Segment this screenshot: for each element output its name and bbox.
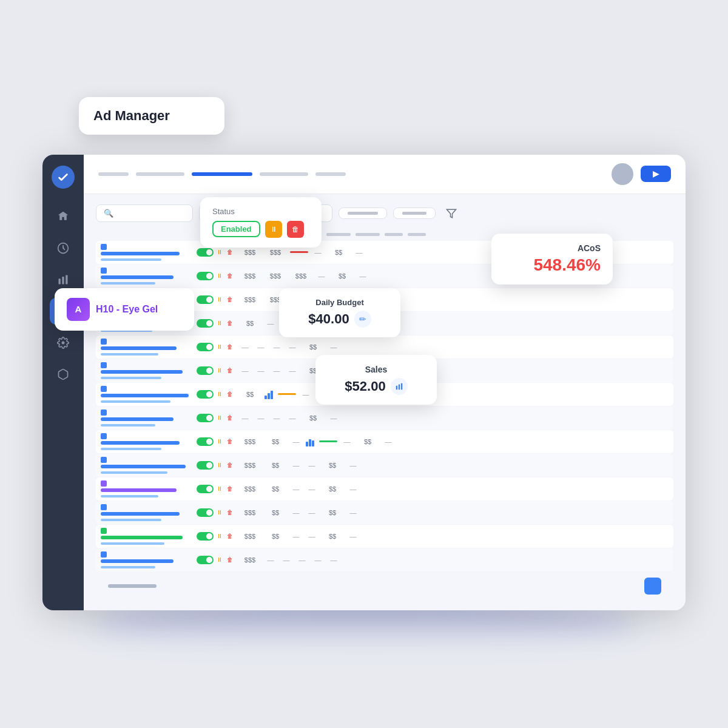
row-pause-icon[interactable]: ⏸ [215, 272, 224, 280]
scroll-button[interactable] [644, 578, 661, 595]
row-pause-icon[interactable]: ⏸ [215, 461, 224, 470]
table-row[interactable]: ⏸ 🗑 $$$ $$ — — $$ — [96, 454, 673, 477]
row-toggle[interactable] [197, 508, 214, 517]
filter-box-2[interactable] [393, 207, 436, 219]
cell-dash: — [306, 485, 318, 493]
row-toggle[interactable] [197, 343, 214, 351]
delete-button[interactable]: 🗑 [287, 221, 304, 238]
table-row[interactable]: ⏸ 🗑 $$$ $$ — — $$ — [96, 477, 673, 500]
row-pause-icon[interactable]: ⏸ [215, 343, 224, 351]
svg-rect-2 [62, 277, 64, 285]
cell-val: $$$ [290, 272, 312, 280]
row-pause-icon[interactable]: ⏸ [215, 414, 224, 422]
bar-mini [265, 396, 267, 399]
cell-val: $$$ [239, 272, 261, 280]
sales-chart-button[interactable] [391, 378, 408, 395]
row-name-bar [101, 417, 174, 421]
scroll-thumb[interactable] [108, 584, 157, 588]
row-delete-icon[interactable]: 🗑 [226, 319, 234, 328]
filter-box-1[interactable] [339, 207, 387, 219]
user-avatar[interactable] [612, 163, 633, 185]
row-toggle[interactable] [197, 485, 214, 493]
row-dot [101, 362, 107, 368]
table-row[interactable]: ⏸ 🗑 $$$ — — — — — [96, 548, 673, 571]
cell-indicator-green [319, 440, 337, 442]
filter-icon-button[interactable] [442, 204, 461, 223]
cell-dash: — [306, 533, 318, 540]
sidebar-item-box[interactable] [50, 361, 76, 388]
row-name-col [101, 480, 192, 497]
svg-rect-1 [59, 278, 61, 284]
row-delete-icon[interactable]: 🗑 [226, 461, 234, 470]
row-delete-icon[interactable]: 🗑 [226, 272, 234, 280]
row-delete-icon[interactable]: 🗑 [226, 295, 234, 304]
row-toggle[interactable] [197, 390, 214, 399]
row-delete-icon[interactable]: 🗑 [226, 390, 234, 399]
row-delete-icon[interactable]: 🗑 [226, 532, 234, 541]
topbar-action-button[interactable]: ▶ [641, 166, 671, 182]
row-pause-icon[interactable]: ⏸ [215, 532, 224, 541]
sidebar-item-settings[interactable] [50, 329, 76, 356]
row-dot [101, 386, 107, 392]
row-delete-icon[interactable]: 🗑 [226, 508, 234, 517]
row-toggle[interactable] [197, 437, 214, 446]
pause-button[interactable]: ⏸ [265, 221, 282, 238]
row-delete-icon[interactable]: 🗑 [226, 366, 234, 375]
row-name-col [101, 339, 192, 356]
table-row[interactable]: ⏸ 🗑 $$$ $$ — — $$ — [96, 525, 673, 548]
cell-val: $$ [322, 533, 343, 540]
row-pause-icon[interactable]: ⏸ [215, 485, 224, 493]
row-toggle[interactable] [197, 319, 214, 328]
row-pause-icon[interactable]: ⏸ [215, 508, 224, 517]
topbar-line-4 [260, 172, 308, 176]
table-row[interactable]: ⏸ 🗑 $$$ $$ — — $$ — [96, 501, 673, 524]
row-pause-icon[interactable]: ⏸ [215, 248, 224, 257]
row-pause-icon[interactable]: ⏸ [215, 295, 224, 304]
row-toggle[interactable] [197, 461, 214, 470]
row-toggle[interactable] [197, 295, 214, 304]
row-toggle-group: ⏸ 🗑 [197, 437, 234, 446]
row-delete-icon[interactable]: 🗑 [226, 248, 234, 257]
svg-rect-11 [398, 384, 399, 389]
row-dot [101, 504, 107, 510]
row-sub-bar [101, 566, 155, 568]
sidebar-item-analytics[interactable] [50, 235, 76, 261]
cell-dash: — [328, 343, 340, 351]
row-delete-icon[interactable]: 🗑 [226, 485, 234, 493]
search-input-1[interactable]: 🔍 [96, 204, 193, 222]
ad-manager-title: Ad Manager [93, 108, 210, 124]
row-pause-icon[interactable]: ⏸ [215, 390, 224, 399]
row-toggle[interactable] [197, 556, 214, 564]
row-pause-icon[interactable]: ⏸ [215, 319, 224, 328]
row-toggle[interactable] [197, 272, 214, 280]
cell-dash: — [347, 509, 359, 516]
mini-chart [265, 389, 274, 399]
row-dot [101, 433, 107, 439]
row-delete-icon[interactable]: 🗑 [226, 343, 234, 351]
cell-val: $$$ [239, 556, 261, 564]
row-delete-icon[interactable]: 🗑 [226, 414, 234, 422]
cell-dash: — [286, 414, 298, 422]
row-toggle-group: ⏸ 🗑 [197, 485, 234, 493]
row-pause-icon[interactable]: ⏸ [215, 556, 224, 564]
row-toggle[interactable] [197, 366, 214, 375]
cell-dash: — [357, 272, 369, 280]
table-row[interactable]: ⏸ 🗑 $$$ $$ — [96, 430, 673, 453]
cell-dash: — [271, 343, 283, 351]
cell-dash: — [300, 391, 312, 398]
row-name-col [101, 551, 192, 568]
row-pause-icon[interactable]: ⏸ [215, 366, 224, 375]
row-toggle[interactable] [197, 532, 214, 541]
sidebar-item-home[interactable] [50, 203, 76, 230]
cell-dash: — [286, 367, 298, 374]
row-toggle[interactable] [197, 414, 214, 422]
row-delete-icon[interactable]: 🗑 [226, 437, 234, 446]
row-delete-icon[interactable]: 🗑 [226, 556, 234, 564]
row-pause-icon[interactable]: ⏸ [215, 437, 224, 446]
row-toggle[interactable] [197, 248, 214, 257]
edit-budget-button[interactable]: ✏ [354, 311, 371, 328]
cell-dash: — [286, 343, 298, 351]
search-row: 🔍 🔍 [96, 204, 673, 223]
table-row[interactable]: ⏸ 🗑 — — — — $$ — [96, 406, 673, 430]
cell-val: $$$ [239, 485, 261, 493]
